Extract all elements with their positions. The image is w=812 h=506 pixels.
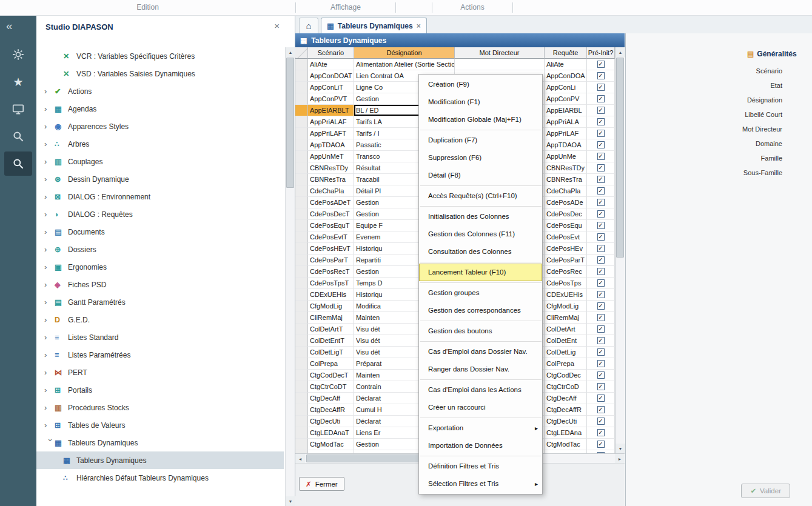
- menu-affichage[interactable]: Affichage: [296, 0, 395, 15]
- row-selector-cell[interactable]: [295, 289, 308, 301]
- checkbox-checked-icon[interactable]: ✓: [597, 325, 605, 333]
- checkbox-checked-icon[interactable]: ✓: [597, 187, 605, 195]
- row-selector-cell[interactable]: [295, 105, 308, 116]
- cell-pre-init[interactable]: ✓: [587, 59, 615, 70]
- cell-requete[interactable]: CliRemMaj: [545, 312, 587, 324]
- checkbox-checked-icon[interactable]: ✓: [597, 107, 605, 114]
- cell-scenario[interactable]: CDExUEHis: [308, 289, 354, 301]
- tree-item[interactable]: ›◈Fiches PSD: [36, 276, 284, 293]
- tree-item[interactable]: ›⊠DIALOG : Environnement: [36, 188, 284, 205]
- cell-pre-init[interactable]: ✓: [587, 404, 615, 416]
- valider-button[interactable]: ✔ Valider: [741, 484, 790, 498]
- checkbox-checked-icon[interactable]: ✓: [597, 210, 605, 218]
- cell-pre-init[interactable]: ✓: [587, 105, 615, 116]
- cell-pre-init[interactable]: ✓: [587, 128, 615, 139]
- row-selector-cell[interactable]: [295, 335, 308, 347]
- tree-item[interactable]: ›≡Listes Standard: [36, 328, 284, 346]
- table-row[interactable]: AliAteAlimentation Atelier (Sortie Secti…: [295, 59, 625, 70]
- menu-item[interactable]: Duplication (F7): [419, 131, 542, 149]
- row-selector-cell[interactable]: [295, 393, 308, 404]
- menu-item[interactable]: Gestion groupes: [419, 284, 542, 302]
- panel-close-icon[interactable]: ×: [274, 21, 280, 31]
- checkbox-checked-icon[interactable]: ✓: [597, 141, 605, 148]
- checkbox-checked-icon[interactable]: ✓: [597, 302, 605, 310]
- cell-scenario[interactable]: CBNResTra: [308, 174, 354, 185]
- tree-item[interactable]: ›▦Tableurs Dynamiques: [36, 434, 284, 451]
- tab-tableurs-dynamiques[interactable]: ▦ Tableurs Dynamiques ×: [321, 18, 427, 33]
- checkbox-checked-icon[interactable]: ✓: [597, 371, 605, 379]
- chevron-collapsed-icon[interactable]: ›: [44, 87, 55, 96]
- scroll-right-button[interactable]: ►: [615, 454, 625, 464]
- cell-scenario[interactable]: CtgCodDecT: [308, 370, 354, 381]
- cell-pre-init[interactable]: ✓: [587, 335, 615, 347]
- checkbox-checked-icon[interactable]: ✓: [597, 406, 605, 413]
- cell-requete[interactable]: CdeChaPla: [545, 185, 587, 197]
- cell-requete[interactable]: CtgDecAff: [545, 393, 587, 404]
- row-selector-cell[interactable]: [295, 220, 308, 231]
- cell-scenario[interactable]: CliRemMaj: [308, 312, 354, 324]
- checkbox-checked-icon[interactable]: ✓: [597, 245, 605, 252]
- cell-scenario[interactable]: CtgModTac: [308, 439, 354, 450]
- cell-scenario[interactable]: AppConLiT: [308, 82, 354, 93]
- cell-requete[interactable]: CBNResTDy: [545, 162, 587, 174]
- tree-item[interactable]: ›∴Arbres: [36, 135, 284, 153]
- menu-item[interactable]: Cas d'Emploi dans Dossier Nav.: [419, 343, 542, 361]
- cell-pre-init[interactable]: ✓: [587, 370, 615, 381]
- cell-pre-init[interactable]: ✓: [587, 151, 615, 162]
- cell-pre-init[interactable]: ✓: [587, 427, 615, 439]
- menu-item[interactable]: Modification Globale (Maj+F1): [419, 111, 542, 128]
- menu-item[interactable]: Gestion des boutons: [419, 322, 542, 340]
- column-header-mot-directeur[interactable]: Mot Directeur: [455, 47, 545, 59]
- cell-requete[interactable]: CdePosRec: [545, 266, 587, 278]
- row-selector-cell[interactable]: [295, 404, 308, 416]
- chevron-collapsed-icon[interactable]: ›: [44, 421, 55, 430]
- cell-pre-init[interactable]: ✓: [587, 324, 615, 335]
- chevron-collapsed-icon[interactable]: ›: [44, 280, 55, 289]
- checkbox-checked-icon[interactable]: ✓: [597, 279, 605, 287]
- tree-item[interactable]: ✕VCR : Variables Spécifiques Critères: [36, 47, 284, 65]
- checkbox-checked-icon[interactable]: ✓: [597, 314, 605, 321]
- cell-scenario[interactable]: AppPriALAF: [308, 116, 354, 128]
- checkbox-checked-icon[interactable]: ✓: [597, 441, 605, 448]
- cell-requete[interactable]: CdePosParT: [545, 255, 587, 266]
- cell-pre-init[interactable]: ✓: [587, 243, 615, 255]
- chevron-collapsed-icon[interactable]: ›: [44, 350, 55, 359]
- checkbox-checked-icon[interactable]: ✓: [597, 153, 605, 160]
- row-selector-cell[interactable]: [295, 427, 308, 439]
- row-selector-cell[interactable]: [295, 312, 308, 324]
- row-selector-cell[interactable]: [295, 278, 308, 289]
- checkbox-checked-icon[interactable]: ✓: [597, 199, 605, 206]
- cell-pre-init[interactable]: ✓: [587, 266, 615, 278]
- cell-requete[interactable]: CdePosHEv: [545, 243, 587, 255]
- cell-scenario[interactable]: AppTDAOA: [308, 139, 354, 151]
- cell-requete[interactable]: CdePosEvt: [545, 231, 587, 243]
- cell-pre-init[interactable]: ✓: [587, 93, 615, 105]
- screens-button[interactable]: [0, 97, 36, 121]
- cell-scenario[interactable]: ColPrepa: [308, 358, 354, 370]
- cell-requete[interactable]: AppConLi: [545, 82, 587, 93]
- cell-requete[interactable]: AppPriLAF: [545, 128, 587, 139]
- checkbox-checked-icon[interactable]: ✓: [597, 268, 605, 275]
- scroll-left-button[interactable]: ◄: [295, 454, 305, 464]
- row-selector-cell[interactable]: [295, 439, 308, 450]
- cell-pre-init[interactable]: ✓: [587, 289, 615, 301]
- chevron-collapsed-icon[interactable]: ›: [44, 175, 55, 184]
- cell-requete[interactable]: ColDetEnt: [545, 335, 587, 347]
- tab-close-icon[interactable]: ×: [417, 22, 421, 30]
- cell-scenario[interactable]: ColDetEntT: [308, 335, 354, 347]
- tree-item[interactable]: ›▦Agendas: [36, 100, 284, 118]
- checkbox-checked-icon[interactable]: ✓: [597, 72, 605, 79]
- menu-item[interactable]: Détail (F8): [419, 167, 542, 184]
- cell-pre-init[interactable]: ✓: [587, 312, 615, 324]
- cell-scenario[interactable]: AppConDOAT: [308, 70, 354, 82]
- cell-scenario[interactable]: CdePosRecT: [308, 266, 354, 278]
- cell-requete[interactable]: CBNResTra: [545, 174, 587, 185]
- cell-mot-directeur[interactable]: [455, 59, 545, 70]
- tree-item[interactable]: ›DG.E.D.: [36, 311, 284, 328]
- cell-scenario[interactable]: CdePosParT: [308, 255, 354, 266]
- tree-item[interactable]: ›▤Documents: [36, 223, 284, 241]
- cell-pre-init[interactable]: ✓: [587, 208, 615, 220]
- cell-pre-init[interactable]: ✓: [587, 381, 615, 393]
- cell-requete[interactable]: AppPriALA: [545, 116, 587, 128]
- cell-requete[interactable]: CDExUEHis: [545, 289, 587, 301]
